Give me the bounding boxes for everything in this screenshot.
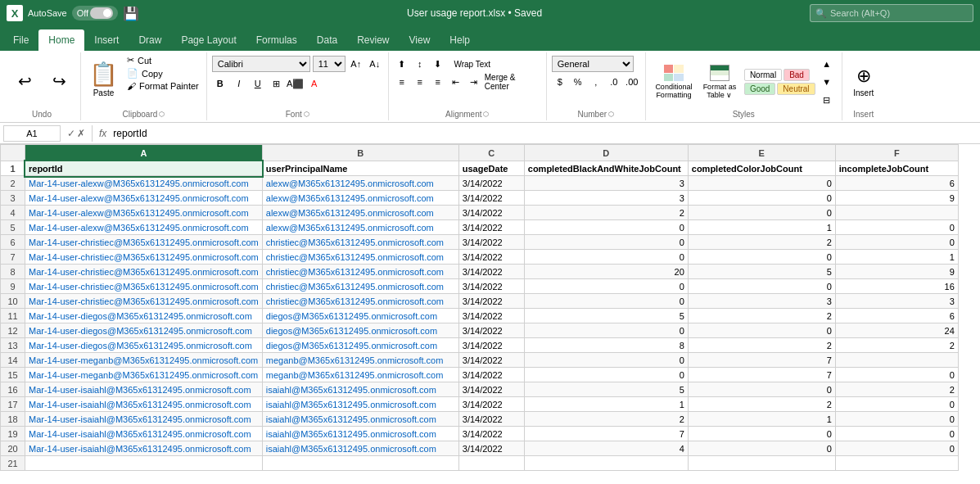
cell-c5[interactable]: 3/14/2022 (458, 220, 524, 235)
cell-d2[interactable]: 3 (524, 176, 688, 191)
function-checkmark-icon[interactable]: ✓ (67, 128, 75, 139)
cell-a13[interactable]: Mar-14-user-diegos@M365x61312495.onmicro… (25, 338, 263, 353)
row-number[interactable]: 8 (1, 265, 25, 279)
cell-f20[interactable]: 0 (835, 441, 958, 456)
cell-e17[interactable]: 2 (688, 397, 835, 412)
col-header-f[interactable]: F (835, 145, 958, 161)
cell-reference-input[interactable] (3, 125, 61, 142)
cell-b14[interactable]: meganb@M365x61312495.onmicrosoft.com (262, 353, 458, 368)
function-cross-icon[interactable]: ✗ (77, 128, 85, 139)
cell-e16[interactable]: 0 (688, 382, 835, 397)
clipboard-expand-icon[interactable]: ⬡ (159, 111, 165, 118)
font-color-button[interactable]: A (306, 75, 323, 92)
cell-c12[interactable]: 3/14/2022 (458, 323, 524, 338)
row-number[interactable]: 16 (1, 382, 25, 397)
cell-f2[interactable]: 6 (835, 176, 958, 191)
cell-d3[interactable]: 3 (524, 191, 688, 206)
cell-a15[interactable]: Mar-14-user-meganb@M365x61312495.onmicro… (25, 368, 263, 382)
cell-b10[interactable]: christiec@M365x61312495.onmicrosoft.com (262, 294, 458, 309)
cell-a16[interactable]: Mar-14-user-isaiahl@M365x61312495.onmicr… (25, 382, 263, 397)
style-bad-button[interactable]: Bad (784, 69, 810, 81)
cell-e8[interactable]: 5 (688, 265, 835, 279)
cell-d13[interactable]: 8 (524, 338, 688, 353)
cell-c11[interactable]: 3/14/2022 (458, 309, 524, 323)
cell-d14[interactable]: 0 (524, 353, 688, 368)
cell-b3[interactable]: alexw@M365x61312495.onmicrosoft.com (262, 191, 458, 206)
cell-f9[interactable]: 16 (835, 279, 958, 294)
cell-b21[interactable] (262, 456, 458, 471)
cell-f5[interactable]: 0 (835, 220, 958, 235)
increase-decimal-button[interactable]: .00 (624, 74, 640, 90)
cell-d10[interactable]: 0 (524, 294, 688, 309)
row-number[interactable]: 20 (1, 441, 25, 456)
font-name-select[interactable]: Calibri (212, 56, 310, 72)
cell-a19[interactable]: Mar-14-user-isaiahl@M365x61312495.onmicr… (25, 427, 263, 441)
align-left-button[interactable]: ≡ (394, 74, 410, 90)
row-number[interactable]: 1 (1, 161, 25, 176)
tab-draw[interactable]: Draw (129, 29, 171, 51)
cell-d20[interactable]: 4 (524, 441, 688, 456)
merge-center-button[interactable]: Merge & Center (484, 74, 541, 90)
cell-d21[interactable] (524, 456, 688, 471)
insert-button[interactable]: ⊕ Insert (847, 57, 880, 106)
cell-c15[interactable]: 3/14/2022 (458, 368, 524, 382)
row-number[interactable]: 21 (1, 456, 25, 471)
row-number[interactable]: 17 (1, 397, 25, 412)
cell-a18[interactable]: Mar-14-user-isaiahl@M365x61312495.onmicr… (25, 412, 263, 427)
cell-d1[interactable]: completedBlackAndWhiteJobCount (524, 161, 688, 176)
cell-d15[interactable]: 0 (524, 368, 688, 382)
cell-e20[interactable]: 0 (688, 441, 835, 456)
row-number[interactable]: 6 (1, 235, 25, 250)
cell-c14[interactable]: 3/14/2022 (458, 353, 524, 368)
alignment-expand-icon[interactable]: ⬡ (483, 111, 489, 118)
cell-c6[interactable]: 3/14/2022 (458, 235, 524, 250)
row-number[interactable]: 12 (1, 323, 25, 338)
styles-scroll-down[interactable]: ▼ (819, 74, 835, 90)
cell-f16[interactable]: 2 (835, 382, 958, 397)
cell-b2[interactable]: alexw@M365x61312495.onmicrosoft.com (262, 176, 458, 191)
italic-button[interactable]: I (231, 75, 247, 92)
style-neutral-button[interactable]: Neutral (777, 83, 815, 95)
underline-button[interactable]: U (250, 75, 266, 92)
autosave-toggle[interactable]: Off (72, 6, 118, 20)
undo-button[interactable]: ↩ (8, 57, 41, 106)
cell-b12[interactable]: diegos@M365x61312495.onmicrosoft.com (262, 323, 458, 338)
row-number[interactable]: 5 (1, 220, 25, 235)
styles-expand[interactable]: ⊟ (819, 92, 835, 108)
cell-e1[interactable]: completedColorJobCount (688, 161, 835, 176)
cell-e10[interactable]: 3 (688, 294, 835, 309)
increase-font-button[interactable]: A↑ (348, 56, 364, 72)
row-number[interactable]: 18 (1, 412, 25, 427)
cell-f7[interactable]: 1 (835, 250, 958, 265)
cell-d11[interactable]: 5 (524, 309, 688, 323)
decrease-font-button[interactable]: A↓ (367, 56, 383, 72)
align-middle-button[interactable]: ↕ (412, 56, 428, 72)
search-box[interactable]: 🔍 Search (Alt+Q) (810, 4, 973, 22)
cell-e21[interactable] (688, 456, 835, 471)
row-number[interactable]: 15 (1, 368, 25, 382)
cell-a20[interactable]: Mar-14-user-isaiahl@M365x61312495.onmicr… (25, 441, 263, 456)
cell-b1[interactable]: userPrincipalName (262, 161, 458, 176)
cell-c13[interactable]: 3/14/2022 (458, 338, 524, 353)
cell-d6[interactable]: 0 (524, 235, 688, 250)
increase-indent-button[interactable]: ⇥ (466, 74, 482, 90)
cell-e11[interactable]: 2 (688, 309, 835, 323)
cell-c7[interactable]: 3/14/2022 (458, 250, 524, 265)
row-number[interactable]: 13 (1, 338, 25, 353)
tab-insert[interactable]: Insert (84, 29, 129, 51)
tab-help[interactable]: Help (440, 29, 480, 51)
align-bottom-button[interactable]: ⬇ (430, 56, 446, 72)
row-number[interactable]: 3 (1, 191, 25, 206)
cell-c4[interactable]: 3/14/2022 (458, 206, 524, 220)
row-number[interactable]: 11 (1, 309, 25, 323)
cell-a3[interactable]: Mar-14-user-alexw@M365x61312495.onmicros… (25, 191, 263, 206)
cell-c9[interactable]: 3/14/2022 (458, 279, 524, 294)
cell-a9[interactable]: Mar-14-user-christiec@M365x61312495.onmi… (25, 279, 263, 294)
cell-a7[interactable]: Mar-14-user-christiec@M365x61312495.onmi… (25, 250, 263, 265)
cell-c19[interactable]: 3/14/2022 (458, 427, 524, 441)
tab-data[interactable]: Data (307, 29, 347, 51)
cell-b13[interactable]: diegos@M365x61312495.onmicrosoft.com (262, 338, 458, 353)
cell-f21[interactable] (835, 456, 958, 471)
cell-e13[interactable]: 2 (688, 338, 835, 353)
cell-c3[interactable]: 3/14/2022 (458, 191, 524, 206)
